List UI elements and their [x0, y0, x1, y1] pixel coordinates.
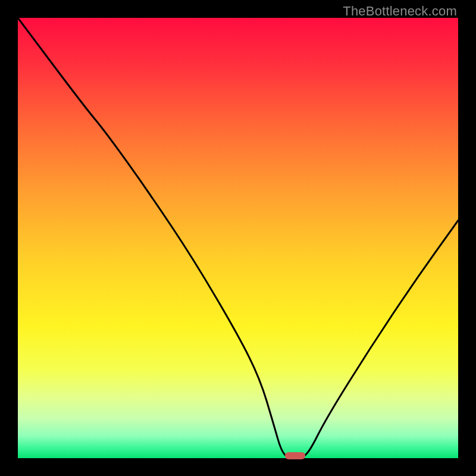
watermark-text: TheBottleneck.com: [343, 4, 457, 19]
plot-area: [18, 18, 458, 458]
optimal-marker: [285, 452, 305, 459]
chart-container: TheBottleneck.com: [0, 0, 476, 476]
svg-rect-0: [18, 18, 458, 458]
background-gradient: [18, 18, 458, 458]
